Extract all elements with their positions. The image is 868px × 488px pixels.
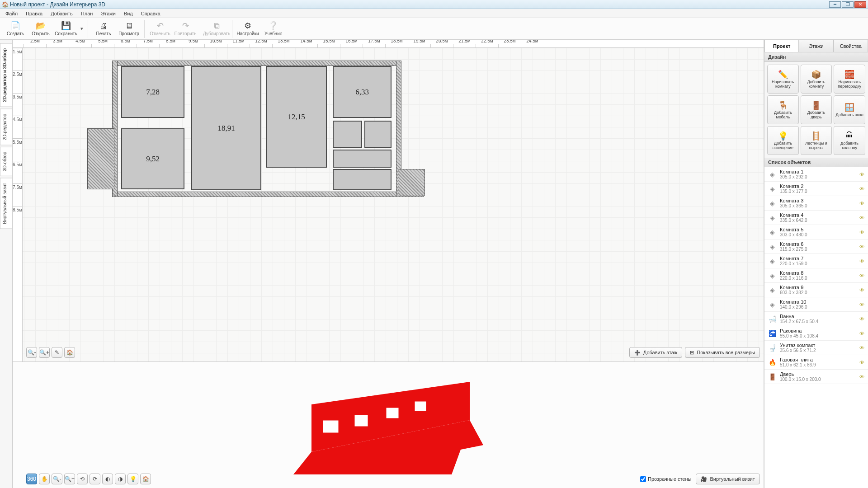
menu-0[interactable]: Файл	[2, 10, 21, 17]
design-btn-4[interactable]: 🚪Добавить дверь	[801, 95, 832, 124]
object-dim: 220.0 x 116.0	[780, 276, 856, 281]
object-row-11[interactable]: 🚰Раковина55.0 x 45.0 x 108.4👁	[764, 326, 868, 341]
floorplan[interactable]: 7,289,5218,9112,156,33	[117, 56, 424, 205]
visibility-icon[interactable]: 👁	[859, 172, 864, 177]
view-3d[interactable]: 360 ✋ 🔍- 🔍+ ⟲ ⟳ ◐ ◑ 💡 🏠 Прозрачные стены…	[13, 361, 764, 488]
pan-icon[interactable]: ✋	[39, 474, 50, 484]
toolbar-print-button[interactable]: 🖨Печать	[92, 19, 115, 39]
visibility-icon[interactable]: 👁	[859, 331, 864, 336]
object-row-3[interactable]: ◈Комната 4335.0 x 642.0👁	[764, 211, 868, 225]
plan-2d-view[interactable]: 1.5м2.5м3.5м4.5м5.5м6.5м7.5м8.5м 7,289,5…	[13, 48, 764, 361]
zoom-in-icon[interactable]: 🔍+	[39, 347, 50, 358]
ruler-tick: 7.5м	[137, 44, 159, 47]
visibility-icon[interactable]: 👁	[859, 302, 864, 307]
left-tab-0[interactable]: 2D-редактор и 3D-обзор	[0, 43, 12, 107]
visibility-icon[interactable]: 👁	[859, 230, 864, 235]
visibility-icon[interactable]: 👁	[859, 244, 864, 249]
close-button[interactable]: ✕	[854, 1, 866, 8]
zoom-out-3d-icon[interactable]: 🔍-	[52, 474, 62, 484]
visibility-icon[interactable]: 👁	[859, 374, 864, 380]
visibility-icon[interactable]: 👁	[859, 215, 864, 221]
rotate360-icon[interactable]: 360	[26, 474, 37, 484]
design-icon: 🪜	[811, 131, 821, 141]
object-row-10[interactable]: 🛁Ванна154.2 x 67.5 x 50.4👁	[764, 312, 868, 326]
visibility-icon[interactable]: 👁	[859, 258, 864, 264]
toolbar-preview-button[interactable]: 🖥Просмотр	[117, 19, 141, 39]
save-dropdown-icon[interactable]: ▾	[80, 26, 84, 32]
toolbar-open-button[interactable]: 📂Открыть	[29, 19, 52, 39]
object-row-12[interactable]: 🚽Унитаз компакт35.6 x 56.5 x 71.2👁	[764, 341, 868, 355]
menu-2[interactable]: Добавить	[47, 10, 76, 17]
object-row-4[interactable]: ◈Комната 5303.0 x 480.0👁	[764, 225, 868, 239]
visibility-icon[interactable]: 👁	[859, 273, 864, 278]
transparent-walls-checkbox[interactable]: Прозрачные стены	[640, 476, 691, 482]
room-8[interactable]	[333, 169, 392, 190]
edit-icon[interactable]: ✎	[52, 347, 62, 358]
menu-1[interactable]: Правка	[22, 10, 46, 17]
object-row-5[interactable]: ◈Комната 6315.0 x 275.0👁	[764, 239, 868, 254]
room-7[interactable]	[333, 150, 392, 168]
orbit-left-icon[interactable]: ◐	[102, 474, 113, 484]
design-btn-5[interactable]: 🪟Добавить окно	[834, 95, 865, 124]
design-btn-7[interactable]: 🪜Лестницы и вырезы	[801, 126, 832, 155]
toolbar-tutorial-button[interactable]: ❔Учебник	[261, 19, 285, 39]
room-2[interactable]: 18,91	[191, 66, 261, 190]
visibility-icon[interactable]: 👁	[859, 186, 864, 192]
design-btn-8[interactable]: 🏛Добавить колонну	[834, 126, 865, 155]
orbit-right-icon[interactable]: ◑	[115, 474, 126, 484]
object-dim: 220.0 x 159.0	[780, 261, 856, 266]
object-row-2[interactable]: ◈Комната 3305.0 x 365.0👁	[764, 196, 868, 211]
transparent-walls-input[interactable]	[640, 476, 646, 482]
maximize-button[interactable]: ❐	[842, 1, 854, 8]
menu-4[interactable]: Этажи	[97, 10, 119, 17]
design-btn-0[interactable]: ✏️Нарисовать комнату	[767, 65, 799, 94]
design-btn-1[interactable]: 📦Добавить комнату	[801, 65, 832, 94]
object-row-9[interactable]: ◈Комната 10140.0 x 296.0👁	[764, 297, 868, 312]
object-row-0[interactable]: ◈Комната 1305.0 x 292.0👁	[764, 167, 868, 182]
design-btn-6[interactable]: 💡Добавить освещение	[767, 126, 799, 155]
room-3[interactable]: 12,15	[266, 66, 327, 168]
room-6[interactable]	[364, 121, 392, 148]
object-row-13[interactable]: 🔥Газовая плита51.0 x 62.1 x 86.9👁	[764, 355, 868, 370]
visibility-icon[interactable]: 👁	[859, 201, 864, 206]
light-icon[interactable]: 💡	[127, 474, 138, 484]
right-tab-1[interactable]: Этажи	[799, 40, 833, 52]
home-3d-icon[interactable]: 🏠	[140, 474, 151, 484]
object-row-7[interactable]: ◈Комната 8220.0 x 116.0👁	[764, 268, 868, 283]
menu-3[interactable]: План	[77, 10, 97, 17]
toolbar-save-button[interactable]: 💾Сохранить	[54, 19, 78, 39]
object-row-8[interactable]: ◈Комната 9603.0 x 382.0👁	[764, 283, 868, 297]
visibility-icon[interactable]: 👁	[859, 345, 864, 351]
design-btn-3[interactable]: 🪑Добавить мебель	[767, 95, 799, 124]
zoom-in-3d-icon[interactable]: 🔍+	[64, 474, 75, 484]
minimize-button[interactable]: ━	[829, 1, 841, 8]
tilt-right-icon[interactable]: ⟳	[90, 474, 100, 484]
object-list[interactable]: ◈Комната 1305.0 x 292.0👁◈Комната 2135.0 …	[764, 167, 868, 488]
menu-5[interactable]: Вид	[120, 10, 137, 17]
tilt-left-icon[interactable]: ⟲	[77, 474, 88, 484]
object-row-6[interactable]: ◈Комната 7220.0 x 159.0👁	[764, 254, 868, 268]
show-dimensions-button[interactable]: ⊞Показывать все размеры	[685, 347, 760, 358]
room-5[interactable]	[333, 121, 362, 148]
toolbar-create-button[interactable]: 📄Создать	[4, 19, 27, 39]
left-tab-3[interactable]: Виртуальный визит	[0, 178, 12, 229]
visibility-icon[interactable]: 👁	[859, 316, 864, 322]
right-tab-0[interactable]: Проект	[764, 40, 799, 52]
object-row-1[interactable]: ◈Комната 2135.0 x 177.0👁	[764, 182, 868, 196]
virtual-visit-button[interactable]: 🎥Виртуальный визит	[696, 474, 760, 484]
home-icon[interactable]: 🏠	[64, 347, 75, 358]
visibility-icon[interactable]: 👁	[859, 287, 864, 293]
right-tab-2[interactable]: Свойства	[834, 40, 868, 52]
room-4[interactable]: 6,33	[333, 66, 392, 118]
visibility-icon[interactable]: 👁	[859, 360, 864, 365]
design-btn-2[interactable]: 🧱Нарисовать перегородку	[834, 65, 865, 94]
zoom-out-icon[interactable]: 🔍-	[26, 347, 37, 358]
toolbar-settings-button[interactable]: ⚙Настройки	[236, 19, 259, 39]
menu-6[interactable]: Справка	[137, 10, 164, 17]
left-tab-1[interactable]: 2D-редактор	[0, 109, 12, 145]
object-row-14[interactable]: 🚪Дверь100.0 x 15.0 x 200.0👁	[764, 370, 868, 384]
add-floor-button[interactable]: ➕Добавить этаж	[629, 347, 682, 358]
room-0[interactable]: 7,28	[121, 66, 184, 118]
room-1[interactable]: 9,52	[121, 128, 184, 189]
left-tab-2[interactable]: 3D-обзор	[0, 147, 12, 176]
